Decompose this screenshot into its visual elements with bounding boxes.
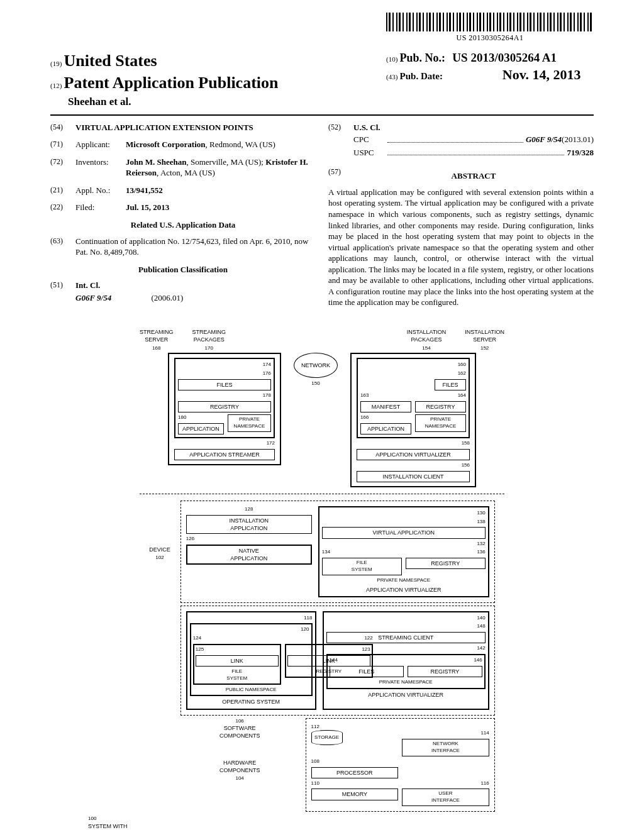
pub-no-value: US 2013/0305264 A1 <box>452 51 557 64</box>
invention-title: VIRTUAL APPLICATION EXTENSION POINTS <box>75 122 316 133</box>
box-virtual-application: VIRTUAL APPLICATION <box>322 527 486 538</box>
box-file-system-134: FILE SYSTEM <box>322 558 402 575</box>
box-private-namespace-170: PRIVATE NAMESPACE <box>228 414 271 432</box>
code-43: (43) <box>386 73 397 80</box>
appl-no-label: Appl. No.: <box>75 185 126 196</box>
network-cloud: NETWORK 150 <box>294 353 338 387</box>
box-application-streamer: APPLICATION STREAMER <box>174 449 275 460</box>
box-user-interface: USER INTERFACE <box>402 788 489 806</box>
applicant-loc: , Redmond, WA (US) <box>205 140 275 149</box>
label-system-caption: SYSTEM WITH VIRTUALIZED APPLICATIONS <box>88 822 129 830</box>
code-57: (57) <box>328 167 353 187</box>
code-63: (63) <box>50 236 75 258</box>
intcl-label: Int. Cl. <box>75 280 100 290</box>
block-installation-server: 160 162 FILES 163 MANIFEST 164 REGISTRY … <box>350 353 476 487</box>
label-software-components: SOFTWARE COMPONENTS <box>180 724 299 739</box>
continuation-text: Continuation of application No. 12/754,6… <box>75 236 316 258</box>
block-hardware: 112 STORAGE 114 NETWORK INTERFACE 108 <box>306 718 495 812</box>
intcl-ver: (2006.01) <box>151 293 183 302</box>
intcl-code: G06F 9/54 <box>75 293 111 302</box>
cpc-ver: (2013.01) <box>562 134 594 145</box>
code-51: (51) <box>50 280 75 291</box>
bibliographic-columns: (54) VIRTUAL APPLICATION EXTENSION POINT… <box>50 122 594 310</box>
barcode-text: US 20130305264A1 <box>386 33 594 43</box>
block-operating-system: 118 120 124 125 LINK FILE SYSTEM <box>186 611 316 710</box>
filed-label: Filed: <box>75 202 126 213</box>
block-streaming-client: 140 148 STREAMING CLIENT 142 144 FILES 1… <box>323 611 489 710</box>
box-application-virtualizer-158: APPLICATION VIRTUALIZER <box>357 449 470 460</box>
abstract-text: A virtual application may be configured … <box>328 187 594 308</box>
left-column: (54) VIRTUAL APPLICATION EXTENSION POINT… <box>50 122 316 310</box>
box-files-160: FILES <box>435 379 466 390</box>
box-application-170: APPLICATION <box>178 423 224 434</box>
label-public-namespace: PUBLIC NAMESPACE <box>193 687 309 694</box>
label-device: DEVICE102 <box>149 538 170 562</box>
code-19: (19) <box>50 60 62 67</box>
code-12: (12) <box>50 82 62 89</box>
box-registry-170: REGISTRY <box>178 401 271 412</box>
code-71: (71) <box>50 139 75 150</box>
box-manifest: MANIFEST <box>360 401 411 412</box>
document-header: (19) United States (12) Patent Applicati… <box>50 50 594 116</box>
cpc-label: CPC <box>353 134 385 145</box>
code-10: (10) <box>386 55 397 63</box>
box-installation-application: INSTALLATION APPLICATION <box>186 515 312 534</box>
applicant-label: Applicant: <box>75 139 126 150</box>
box-network-interface: NETWORK INTERFACE <box>402 739 489 756</box>
box-native-application: NATIVE APPLICATION <box>186 545 312 565</box>
box-registry-136: REGISTRY <box>406 558 486 569</box>
label-installation-packages: INSTALLATION PACKAGES154 <box>407 328 447 351</box>
barcode-section: US 20130305264A1 <box>50 13 594 43</box>
cpc-value: G06F 9/54 <box>526 134 562 145</box>
block-streaming-server: 174 176 FILES 178 REGISTRY 180 APPLICATI… <box>168 353 281 465</box>
abstract-heading: ABSTRACT <box>353 170 594 182</box>
label-operating-system: OPERATING SYSTEM <box>190 698 313 706</box>
block-virtual-application: 130 138 VIRTUAL APPLICATION 132 134 FILE… <box>318 506 489 597</box>
authors-line: Sheehan et al. <box>50 95 279 109</box>
code-21: (21) <box>50 185 75 196</box>
box-registry-160: REGISTRY <box>415 401 466 412</box>
barcode-stripes <box>386 13 594 31</box>
code-54: (54) <box>50 122 75 133</box>
device-software-area: 128 INSTALLATION APPLICATION 126 NATIVE … <box>180 501 495 812</box>
box-application-160: APPLICATION <box>360 423 411 434</box>
label-streaming-server: STREAMING SERVER168 <box>140 328 174 351</box>
box-private-namespace-160: PRIVATE NAMESPACE <box>415 414 466 432</box>
box-files-170: FILES <box>178 379 271 390</box>
applicant-name: Microsoft Corporation <box>126 140 205 149</box>
box-registry-146: REGISTRY <box>408 666 482 677</box>
inventors-value: John M. Sheehan, Somerville, MA (US); Kr… <box>126 157 316 179</box>
box-processor: PROCESSOR <box>311 767 399 778</box>
box-memory: MEMORY <box>311 788 399 800</box>
publication-type: Patent Application Publication <box>64 74 279 92</box>
barcode: US 20130305264A1 <box>386 13 594 43</box>
label-hardware-components: HARDWARE COMPONENTS104 <box>180 759 299 782</box>
code-72: (72) <box>50 157 75 179</box>
figure-diagram: STREAMING SERVER168 STREAMING PACKAGES17… <box>50 328 594 830</box>
box-streaming-client: STREAMING CLIENT <box>326 632 486 643</box>
code-22: (22) <box>50 202 75 213</box>
pub-no-label: Pub. No.: <box>400 52 446 64</box>
box-installation-client: INSTALLATION CLIENT <box>357 471 470 482</box>
box-files-144: FILES <box>330 666 404 677</box>
pub-class-heading: Publication Classification <box>50 264 316 275</box>
inventors-label: Inventors: <box>75 157 126 179</box>
applicant-value: Microsoft Corporation, Redmond, WA (US) <box>126 139 316 150</box>
pub-date-value: Nov. 14, 2013 <box>502 67 581 82</box>
related-heading: Related U.S. Application Data <box>50 219 316 231</box>
label-streaming-packages: STREAMING PACKAGES170 <box>192 328 226 351</box>
label-installation-server: INSTALLATION SERVER152 <box>465 328 504 351</box>
pub-date-label: Pub. Date: <box>400 70 463 82</box>
right-column: (52) U.S. Cl. CPC G06F 9/54 (2013.01) US… <box>328 122 594 310</box>
code-52: (52) <box>328 122 353 133</box>
country: United States <box>64 52 157 70</box>
uspc-value: 719/328 <box>567 147 594 158</box>
box-link-125: LINK <box>196 655 279 667</box>
uspc-label: USPC <box>353 147 385 158</box>
cyl-storage: STORAGE <box>311 730 343 745</box>
uscl-label: U.S. Cl. <box>353 123 380 132</box>
appl-no-value: 13/941,552 <box>126 185 163 195</box>
label-private-namespace-132: PRIVATE NAMESPACE <box>322 577 486 584</box>
inventor-1: John M. Sheehan <box>126 157 186 167</box>
label-app-virtualizer: APPLICATION VIRTUALIZER <box>322 586 486 594</box>
